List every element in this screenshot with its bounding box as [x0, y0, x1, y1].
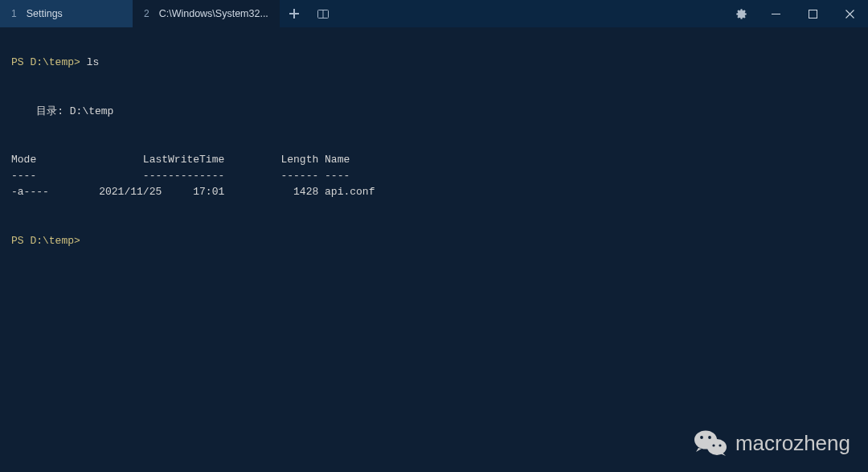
settings-button[interactable]	[725, 0, 757, 27]
svg-point-6	[700, 436, 703, 439]
tab-label: Settings	[27, 8, 63, 19]
output-line	[11, 219, 18, 231]
wechat-icon	[694, 429, 727, 458]
split-icon	[317, 10, 329, 18]
prompt: PS D:\temp>	[11, 235, 80, 247]
output-line	[11, 202, 18, 214]
close-button[interactable]	[831, 0, 868, 27]
output-line	[11, 72, 18, 84]
svg-point-8	[712, 444, 714, 446]
output-directory: 目录: D:\temp	[11, 105, 113, 117]
command: ls	[87, 56, 100, 68]
table-row: -a---- 2021/11/25 17:01 1428 api.conf	[11, 186, 375, 198]
minimize-button[interactable]	[757, 0, 794, 27]
window-controls	[725, 0, 868, 27]
tab-powershell[interactable]: 2 C:\Windows\System32...	[133, 0, 280, 27]
svg-point-9	[719, 444, 721, 446]
tab-strip: 1 Settings 2 C:\Windows\System32...	[0, 0, 280, 27]
tab-settings[interactable]: 1 Settings	[0, 0, 133, 27]
gear-icon	[735, 8, 747, 20]
svg-point-7	[708, 436, 711, 439]
tab-index: 1	[11, 8, 17, 19]
titlebar-drag-region[interactable]	[338, 0, 725, 27]
svg-point-5	[707, 439, 727, 455]
maximize-button[interactable]	[794, 0, 831, 27]
table-header: Mode LastWriteTime Length Name	[11, 154, 350, 166]
prompt: PS D:\temp>	[11, 56, 80, 68]
new-tab-button[interactable]	[280, 0, 309, 27]
svg-rect-2	[772, 14, 780, 14]
cursor	[80, 235, 87, 247]
svg-rect-3	[809, 10, 817, 18]
watermark-text: macrozheng	[735, 431, 850, 456]
terminal-output[interactable]: PS D:\temp> ls 目录: D:\temp Mode LastWrit…	[0, 27, 868, 261]
split-pane-button[interactable]	[309, 0, 338, 27]
minimize-icon	[772, 10, 780, 18]
output-line	[11, 88, 18, 101]
title-bar: 1 Settings 2 C:\Windows\System32...	[0, 0, 868, 27]
maximize-icon	[809, 10, 817, 18]
close-icon	[845, 10, 854, 18]
tabbar-actions	[280, 0, 338, 27]
watermark: macrozheng	[694, 429, 850, 458]
output-line	[11, 121, 18, 133]
table-divider: ---- ------------- ------ ----	[11, 170, 350, 182]
output-line	[11, 137, 18, 150]
tab-label: C:\Windows\System32...	[159, 8, 268, 19]
tab-index: 2	[144, 8, 149, 19]
plus-icon	[289, 9, 299, 18]
